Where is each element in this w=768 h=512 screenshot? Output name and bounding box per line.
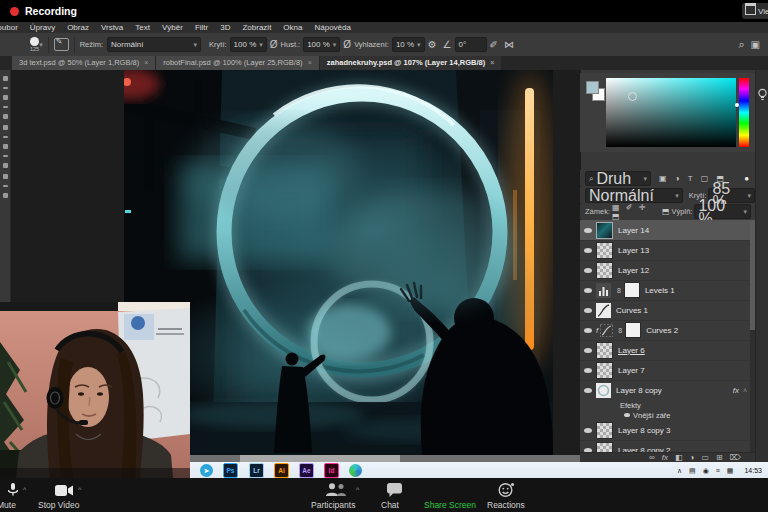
color-field[interactable] [606, 78, 736, 147]
new-layer-icon[interactable]: ⊞ [716, 453, 723, 462]
layer-name[interactable]: Levels 1 [645, 286, 675, 295]
participants-button[interactable]: Participants [311, 500, 355, 510]
tray-volume-icon[interactable]: ◉ [703, 467, 709, 475]
layer-name[interactable]: Layer 6 [618, 346, 645, 355]
layer-thumbnail[interactable] [596, 342, 613, 359]
tool-icon[interactable] [3, 155, 8, 157]
view-button[interactable]: View [742, 3, 768, 19]
airbrush-opacity-icon[interactable]: Ø [270, 39, 278, 50]
visibility-toggle[interactable] [580, 348, 596, 353]
layer-row-levels1[interactable]: 8 Levels 1 [580, 280, 750, 301]
workspace-switcher-icon[interactable]: ▣ [751, 39, 760, 50]
fx-badge[interactable]: fx [733, 386, 739, 395]
layer-filter-dropdown[interactable]: ⌕ Druh ▾ [585, 171, 651, 186]
layer-name[interactable]: Layer 8 copy 3 [618, 426, 670, 435]
layer-name[interactable]: Curves 2 [646, 326, 678, 335]
visibility-toggle[interactable] [580, 388, 596, 393]
layer-row-layer8copy3[interactable]: Layer 8 copy 3 [580, 420, 750, 441]
menu-vyber[interactable]: Výběr [156, 23, 189, 32]
blend-mode-dropdown[interactable]: Normální ▾ [107, 37, 201, 52]
layer-row-curves1[interactable]: Curves 1 [580, 300, 750, 321]
tool-icon[interactable] [3, 106, 8, 108]
curves-adjustment-icon[interactable] [600, 324, 613, 337]
levels-adjustment-icon[interactable] [596, 283, 611, 298]
tool-icon[interactable] [3, 114, 8, 119]
tab-robotfinal[interactable]: robotFinal.psd @ 100% (Layer 25,RGB/8)× [156, 56, 318, 70]
menu-3d[interactable]: 3D [214, 23, 236, 32]
airbrush-flow-icon[interactable]: Ø [343, 39, 351, 50]
visibility-toggle[interactable] [580, 288, 596, 293]
layer-row-layer13[interactable]: Layer 13 [580, 240, 750, 261]
reactions-smiley-icon[interactable] [498, 482, 515, 497]
telegram-icon[interactable]: ➤ [200, 464, 213, 477]
lightroom-icon[interactable]: Lr [249, 463, 264, 478]
visibility-toggle[interactable] [580, 428, 596, 433]
tab-3dtext[interactable]: 3d text.psd @ 50% (Layer 1,RGB/8)× [12, 56, 155, 70]
layer-thumbnail[interactable] [596, 442, 613, 453]
hue-slider-handle[interactable] [735, 103, 739, 107]
visibility-toggle[interactable] [580, 248, 596, 253]
link-layers-icon[interactable]: ∞ [649, 453, 655, 462]
layer-row-layer12[interactable]: Layer 12 [580, 260, 750, 281]
smoothing-field[interactable]: 10 % ▾ [392, 37, 425, 52]
visibility-toggle[interactable] [580, 368, 596, 373]
tool-icon[interactable] [3, 185, 8, 187]
tray-keyboard-icon[interactable]: ▦ [727, 467, 734, 475]
video-options-chevron[interactable]: ^ [78, 486, 81, 493]
layer-mask-thumbnail[interactable] [624, 282, 640, 298]
layer-row-layer8copy2[interactable]: Layer 8 copy 2 [580, 440, 750, 452]
reactions-button[interactable]: Reactions [487, 500, 525, 510]
hue-slider[interactable] [739, 78, 749, 147]
fill-field[interactable]: 100 % ▾ [694, 204, 751, 219]
menu-filtr[interactable]: Filtr [189, 23, 214, 32]
microphone-icon[interactable] [7, 483, 19, 497]
chat-button[interactable]: Chat [381, 500, 399, 510]
layer-row-curves2[interactable]: f 8 Curves 2 [580, 320, 750, 341]
new-group-icon[interactable]: ▭ [701, 453, 709, 462]
close-icon[interactable]: × [490, 59, 494, 66]
mask-link-icon[interactable]: 8 [617, 287, 621, 294]
flow-field[interactable]: 100 % ▾ [303, 37, 340, 52]
tray-expand-icon[interactable]: ∧ [677, 467, 682, 475]
lightbulb-icon[interactable] [757, 88, 768, 102]
layer-row-layer14[interactable]: Layer 14 [580, 220, 750, 241]
layer-name[interactable]: Layer 7 [618, 366, 645, 375]
symmetry-icon[interactable]: ⋈ [504, 39, 514, 50]
effect-outer-glow-row[interactable]: Vnější záře [580, 410, 750, 420]
illustrator-icon[interactable]: Ai [274, 463, 289, 478]
layer-name[interactable]: Layer 8 copy [616, 386, 662, 395]
tool-icon[interactable] [3, 125, 8, 130]
layer-row-layer7[interactable]: Layer 7 [580, 360, 750, 381]
menu-zobrazit[interactable]: Zobrazit [236, 23, 277, 32]
tool-icon[interactable] [3, 87, 8, 89]
visibility-toggle[interactable] [580, 268, 596, 273]
edge-browser-icon[interactable] [349, 464, 362, 477]
layer-thumbnail[interactable] [596, 262, 613, 279]
layer-blend-mode-dropdown[interactable]: Normální ▾ [585, 188, 683, 203]
lock-option-icons[interactable]: ▦ ✐ ✛ ⬒ [612, 203, 658, 221]
new-adjustment-icon[interactable]: ◑ [690, 453, 695, 462]
menu-napoveda[interactable]: Nápověda [308, 23, 356, 32]
brush-angle-field[interactable]: 0° [455, 37, 487, 52]
brush-preset-picker[interactable]: 125 [30, 37, 39, 53]
tray-network-icon[interactable]: ≡ [716, 467, 720, 474]
fx-collapse-chevron[interactable]: ˄ [743, 387, 747, 394]
collapsed-panel-strip[interactable] [755, 56, 768, 462]
brush-picker-chevron[interactable]: ▾ [39, 41, 43, 49]
layer-thumbnail[interactable] [596, 383, 611, 398]
layer-thumbnail[interactable] [596, 362, 613, 379]
photoshop-active-highlight[interactable]: Ps [222, 462, 239, 479]
share-screen-button[interactable]: Share Screen [424, 500, 476, 510]
tool-icon[interactable] [3, 76, 8, 81]
layer-thumbnail[interactable] [596, 242, 613, 259]
menu-upravy[interactable]: Úpravy [24, 23, 61, 32]
tool-icon[interactable] [3, 174, 8, 179]
effect-eye-icon[interactable] [624, 413, 630, 417]
visibility-toggle[interactable] [580, 228, 596, 233]
layer-mask-thumbnail[interactable] [625, 322, 641, 338]
stop-video-button[interactable]: Stop Video [38, 500, 79, 510]
visibility-toggle[interactable] [580, 308, 596, 313]
tray-display-icon[interactable]: ▤ [689, 467, 696, 475]
aftereffects-icon[interactable]: Ae [299, 463, 314, 478]
mute-button[interactable]: Mute [0, 500, 16, 510]
